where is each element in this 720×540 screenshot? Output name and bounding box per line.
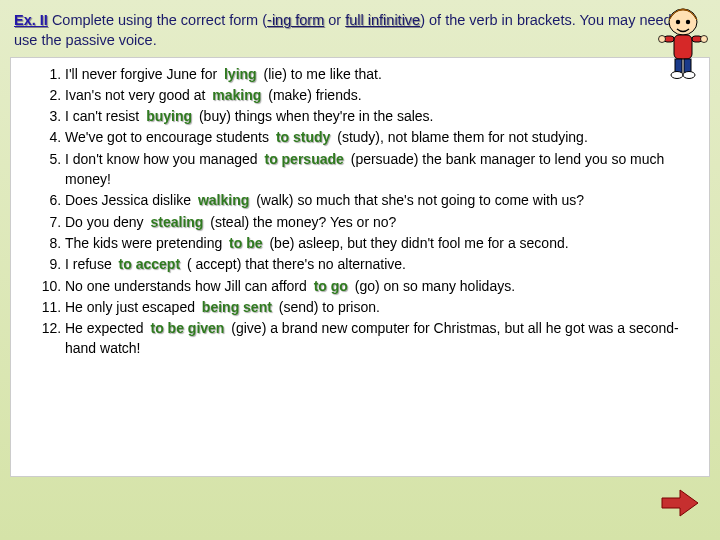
item-pretext: He only just escaped: [65, 299, 199, 315]
answer-text: lying: [221, 66, 260, 82]
full-infinitive-term: full infinitive: [345, 12, 420, 28]
list-item: I'll never forgive June for lying (lie) …: [65, 64, 699, 84]
svg-point-2: [686, 20, 690, 24]
item-posttext: (be) asleep, but they didn't fool me for…: [266, 235, 569, 251]
item-pretext: Do you deny: [65, 214, 148, 230]
item-pretext: He expected: [65, 320, 148, 336]
svg-point-10: [671, 72, 683, 79]
item-posttext: (go) on so many holidays.: [351, 278, 515, 294]
item-pretext: The kids were pretending: [65, 235, 226, 251]
instruction-part1: Complete using the correct form (: [48, 12, 267, 28]
next-arrow-button[interactable]: [660, 488, 700, 518]
svg-marker-12: [662, 490, 698, 516]
list-item: I can't resist buying (buy) things when …: [65, 106, 699, 126]
exercise-label: Ex. II: [14, 12, 48, 28]
item-posttext: ( accept) that there's no alternative.: [183, 256, 406, 272]
svg-point-6: [659, 36, 666, 43]
item-posttext: (make) friends.: [264, 87, 361, 103]
list-item: Ivan's not very good at making (make) fr…: [65, 85, 699, 105]
item-posttext: (walk) so much that she's not going to c…: [252, 192, 584, 208]
list-item: No one understands how Jill can afford t…: [65, 276, 699, 296]
answer-text: to be: [226, 235, 265, 251]
answer-text: making: [209, 87, 264, 103]
list-item: Does Jessica dislike walking (walk) so m…: [65, 190, 699, 210]
item-pretext: I'll never forgive June for: [65, 66, 221, 82]
item-pretext: I can't resist: [65, 108, 143, 124]
list-item: He expected to be given (give) a brand n…: [65, 318, 699, 359]
answer-text: to accept: [116, 256, 183, 272]
svg-rect-8: [675, 59, 682, 73]
answer-text: to study: [273, 129, 333, 145]
item-pretext: We've got to encourage students: [65, 129, 273, 145]
item-pretext: I don't know how you managed: [65, 151, 261, 167]
svg-point-11: [683, 72, 695, 79]
instruction-area: Ex. II Complete using the correct form (…: [0, 0, 720, 57]
item-posttext: (steal) the money? Yes or no?: [206, 214, 396, 230]
answer-text: to go: [311, 278, 351, 294]
list-item: The kids were pretending to be (be) asle…: [65, 233, 699, 253]
svg-rect-3: [674, 35, 692, 59]
list-item: Do you deny stealing (steal) the money? …: [65, 212, 699, 232]
svg-rect-9: [684, 59, 691, 73]
item-posttext: (send) to prison.: [275, 299, 380, 315]
exercise-content-box: I'll never forgive June for lying (lie) …: [10, 57, 710, 477]
list-item: We've got to encourage students to study…: [65, 127, 699, 147]
list-item: I refuse to accept ( accept) that there'…: [65, 254, 699, 274]
answer-text: walking: [195, 192, 252, 208]
svg-point-7: [701, 36, 708, 43]
exercise-list: I'll never forgive June for lying (lie) …: [21, 64, 699, 359]
arrow-right-icon: [660, 488, 700, 518]
item-posttext: (study), not blame them for not studying…: [333, 129, 587, 145]
list-item: I don't know how you managed to persuade…: [65, 149, 699, 190]
answer-text: to persuade: [261, 151, 346, 167]
item-pretext: I refuse: [65, 256, 116, 272]
item-pretext: Ivan's not very good at: [65, 87, 209, 103]
svg-point-1: [676, 20, 680, 24]
answer-text: buying: [143, 108, 195, 124]
instruction-or: or: [324, 12, 345, 28]
item-posttext: (buy) things when they're in the sales.: [195, 108, 433, 124]
item-posttext: (lie) to me like that.: [260, 66, 382, 82]
answer-text: to be given: [148, 320, 228, 336]
answer-text: being sent: [199, 299, 275, 315]
list-item: He only just escaped being sent (send) t…: [65, 297, 699, 317]
answer-text: stealing: [148, 214, 207, 230]
item-pretext: Does Jessica dislike: [65, 192, 195, 208]
ing-form-term: -ing form: [267, 12, 324, 28]
item-pretext: No one understands how Jill can afford: [65, 278, 311, 294]
boy-cartoon-icon: [652, 2, 714, 80]
